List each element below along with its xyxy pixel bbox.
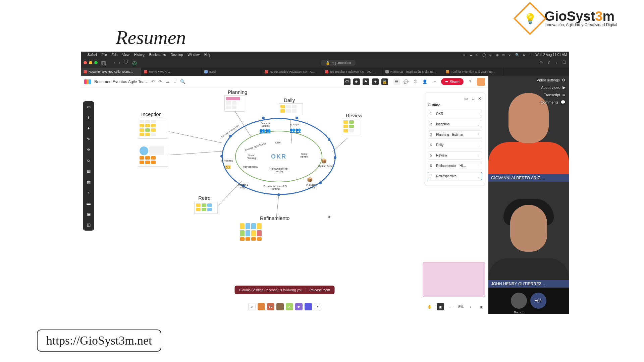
menubar-item-window[interactable]: Window [188,53,200,57]
comments-link[interactable]: Comments💬 [537,100,566,105]
video-tile-secondary[interactable]: JOHN HENRY GUTIERREZ … [488,182,569,288]
reaction-button[interactable]: ☺ [248,303,256,310]
menubar-app-name[interactable]: Safari [88,53,97,57]
extension-icon[interactable]: ◎ [132,60,137,66]
cloud-icon[interactable]: ☁ [469,53,473,57]
icons-tool-icon[interactable]: ☺ [86,158,92,164]
release-link[interactable]: Release them [309,288,330,292]
document-title[interactable]: Resumen Eventos Agile Tea… ▾ [94,79,148,84]
undo-icon[interactable]: ↶ [151,79,155,84]
select-tool-icon[interactable]: ▭ [86,104,92,110]
menubar-item-bookmarks[interactable]: Bookmarks [149,53,166,57]
circle-icon[interactable]: ◯ [482,53,486,57]
toggles-icon[interactable]: ⚙ [523,53,526,57]
new-tab-icon[interactable]: ＋ [554,60,558,66]
status-icon[interactable]: ⛭ [463,53,466,57]
outline-item[interactable]: 2Inception⋮ [428,120,482,128]
minimize-window-icon[interactable] [89,61,92,64]
nav-forward-icon[interactable]: › [119,60,120,65]
search-icon[interactable]: 🔍 [515,53,519,57]
presence-avatar[interactable] [276,303,284,310]
browser-tab[interactable]: Retrospectiva Padawan 4.0 – A… [262,68,322,76]
fit-screen-icon[interactable]: ▣ [478,303,485,310]
outline-item[interactable]: 6Refinamiento – Hi…⋮ [428,162,482,170]
tabs-overview-icon[interactable]: ❐ [562,60,566,66]
participant-overflow[interactable]: +64 [530,293,546,309]
reload-icon[interactable]: ⟳ [540,60,543,66]
kebab-icon[interactable]: ⋮ [476,174,480,178]
participants-icon[interactable]: 👤 [422,78,428,85]
minimap[interactable] [423,262,485,297]
shield-icon[interactable]: ⛉ [123,60,129,66]
present-icon[interactable]: ▭ [464,96,468,101]
canvas[interactable]: Inception Planning Daily Review Retro Re… [98,88,421,297]
wifi-icon[interactable]: ᯤ [508,53,512,57]
browser-tab[interactable]: Retromat – Inspiración & planes… [383,68,443,76]
timer-icon[interactable]: ⏱ [344,78,351,85]
kebab-icon[interactable]: ⋮ [476,122,480,126]
close-window-icon[interactable] [84,61,87,64]
menubar-item-edit[interactable]: Edit [112,53,117,57]
templates-tool-icon[interactable]: ◫ [86,222,92,228]
browser-tab[interactable]: Bard [202,68,262,76]
hand-tool-icon[interactable]: ✋ [426,303,433,310]
record-icon[interactable]: ◉ [496,53,499,57]
presence-more[interactable]: › [314,303,321,310]
comment-icon[interactable]: 💬 [403,78,410,85]
redo-icon[interactable]: ↷ [158,79,162,84]
share-button[interactable]: ➦ Share [441,78,464,85]
traffic-lights[interactable] [84,61,98,64]
browser-tab[interactable]: Ice Breaker Padawan 4.0 – AGI… [322,68,383,76]
vote-icon[interactable]: ★ [353,78,360,85]
text-tool-icon[interactable]: T [86,115,92,121]
pointer-tool-icon[interactable]: ▣ [437,303,444,310]
kebab-icon[interactable]: ⋮ [476,143,480,147]
circle2-icon[interactable]: ◎ [489,53,492,57]
draw-tool-icon[interactable]: ✎ [86,136,92,142]
nav-back-icon[interactable]: ‹ [114,60,115,65]
share-up-icon[interactable]: ⇪ [547,60,550,66]
moon-icon[interactable]: ☾ [476,53,479,57]
frameworks-tool-icon[interactable]: ▦ [86,168,92,174]
about-video-link[interactable]: About video▶ [537,85,566,90]
kebab-icon[interactable]: ⋮ [476,164,480,168]
outline-item[interactable]: 4Daily⋮ [428,141,482,149]
agile-events-diagram[interactable]: OKR Eventos a nivel tren Eventos [222,118,336,195]
kebab-icon[interactable]: ⋮ [476,154,480,157]
zoom-value[interactable]: 8% [458,305,464,309]
connector-tool-icon[interactable]: ⌥ [86,190,92,196]
presence-avatar[interactable] [258,303,265,310]
address-bar[interactable]: 🔒 app.mural.co [321,60,356,66]
kebab-icon[interactable]: ⋮ [476,133,480,136]
browser-tab[interactable]: Home • MURAL [141,68,202,76]
browser-tab[interactable]: Fuel for Invention and Learning… [443,68,503,76]
menubar-item-help[interactable]: Help [204,53,211,57]
menubar-item-file[interactable]: File [102,53,107,57]
menubar-datetime[interactable]: Wed 2 Aug 11:01 AM [535,53,567,57]
menubar-item-develop[interactable]: Develop [171,53,183,57]
outline-item[interactable]: 1OKR⋮ [428,110,482,118]
download-outline-icon[interactable]: ⤓ [471,96,475,101]
sidebar-toggle-icon[interactable]: ▥ [101,60,106,66]
mural-logo-icon[interactable] [84,79,91,84]
zoom-in-icon[interactable]: + [467,303,474,310]
menubar-item-view[interactable]: View [122,53,129,57]
help-icon[interactable]: ? [467,78,474,85]
transcript-link[interactable]: Transcript≣ [537,93,566,97]
lock-tool-icon[interactable]: 🔒 [381,78,388,85]
export-icon[interactable]: ☁ [165,79,170,84]
outline-item[interactable]: 3Planning - Estimar⋮ [428,130,482,139]
menubar-item-history[interactable]: History [134,53,145,57]
participant-thumb[interactable]: Rami… [511,293,527,309]
outline-item[interactable]: 5Review⋮ [428,151,482,160]
maximize-window-icon[interactable] [94,61,98,64]
kebab-icon[interactable]: ⋮ [476,112,480,116]
zoom-out-icon[interactable]: − [447,303,455,310]
search-icon[interactable]: 🔍 [180,79,185,84]
shapes-tool-icon[interactable]: ✦ [86,125,92,131]
mural-canvas-area[interactable]: ▭ T ✦ ✎ ✮ ☺ ▦ ▤ ⌥ ▬ ▣ ◫ Inception [81,88,488,314]
presence-avatar[interactable]: A [286,303,293,310]
user-avatar[interactable] [477,78,485,86]
outline-item-active[interactable]: 7Retrospectiva⋮ [428,172,482,180]
files-tool-icon[interactable]: ▣ [86,211,92,217]
